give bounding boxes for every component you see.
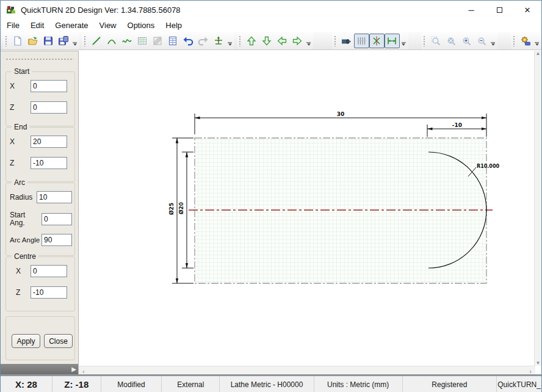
toolbar-grip[interactable]: [84, 35, 87, 46]
datum-tool-icon: [213, 35, 224, 46]
dimension-length-label: 30: [337, 111, 345, 117]
status-license: Registered: [403, 376, 497, 392]
dimension-inner-dia-label: Ø20: [178, 202, 184, 214]
grid-toggle-icon: [356, 35, 367, 46]
nudge-right-button[interactable]: [289, 34, 305, 48]
scroll-left-icon[interactable]: ‹: [82, 368, 85, 375]
status-brand: QuickTURN_: [497, 376, 541, 392]
generate-code-button[interactable]: [518, 34, 533, 48]
chuck-toggle-button[interactable]: [339, 34, 354, 48]
toolbar-overflow-draw[interactable]: [226, 34, 233, 48]
spline-tool-icon: [121, 35, 132, 46]
scroll-right-icon[interactable]: ›: [529, 368, 532, 375]
toolbar-grip[interactable]: [334, 35, 337, 46]
start-angle-label: Start Ang.: [10, 211, 37, 227]
blank-setup-icon: [137, 35, 148, 46]
hatch-tool-button[interactable]: [150, 34, 165, 48]
snap-toggle-button[interactable]: [369, 34, 385, 48]
toolbar-overflow-toggles[interactable]: [400, 34, 407, 48]
blank-setup-button[interactable]: [134, 34, 150, 48]
toolbar-overflow-file[interactable]: [71, 34, 78, 48]
toolbar-overflow-nudge[interactable]: [305, 34, 312, 48]
arc-tool-button[interactable]: [104, 34, 119, 48]
zoom-in-button[interactable]: [458, 34, 474, 48]
nudge-up-button[interactable]: [244, 34, 259, 48]
toolbar-grip[interactable]: [513, 35, 516, 46]
open-file-button[interactable]: [25, 34, 40, 48]
new-file-button[interactable]: [10, 34, 25, 48]
close-button[interactable]: ✕: [513, 1, 541, 19]
line-tool-button[interactable]: [89, 34, 104, 48]
zoom-extents-button[interactable]: [443, 34, 458, 48]
arc-angle-input[interactable]: [42, 234, 72, 246]
end-x-label: X: [10, 137, 31, 146]
radius-callout-label: R10.000: [477, 164, 499, 169]
panel-drag-handle[interactable]: [5, 58, 74, 60]
arrow-up-icon: [246, 35, 257, 46]
toolbar-group-zoom: [421, 32, 497, 49]
vertical-scrollbar[interactable]: ▲▼: [534, 51, 541, 366]
toolbar-overflow-zoom[interactable]: [490, 34, 496, 48]
zoom-in-icon: [461, 35, 472, 46]
toolbar-overflow-generate[interactable]: [533, 34, 540, 48]
start-group-label: Start: [12, 67, 32, 76]
centre-group-label: Centre: [12, 252, 38, 261]
toolbar-grip[interactable]: [423, 35, 426, 46]
nudge-left-button[interactable]: [274, 34, 289, 48]
menu-generate[interactable]: Generate: [49, 20, 93, 32]
undo-button[interactable]: [180, 34, 195, 48]
close-button-panel[interactable]: Close: [44, 334, 73, 348]
maximize-button[interactable]: [485, 1, 513, 19]
centre-x-label: X: [10, 267, 31, 275]
toolbar-group-generate: [511, 32, 541, 49]
drawing-canvas[interactable]: 30 -10 Ø25 Ø20 R10.000: [79, 51, 535, 366]
start-angle-input[interactable]: [42, 213, 72, 225]
snap-toggle-icon: [371, 35, 382, 46]
data-table-button[interactable]: [165, 34, 180, 48]
menu-file[interactable]: File: [7, 20, 25, 32]
start-x-input[interactable]: [31, 80, 67, 92]
datum-tool-button[interactable]: [211, 34, 226, 48]
end-z-input[interactable]: [31, 157, 67, 169]
start-z-input[interactable]: [31, 101, 67, 114]
zoom-out-button[interactable]: [474, 34, 489, 48]
menu-help[interactable]: Help: [160, 20, 187, 32]
chuck-icon: [341, 35, 352, 46]
start-groupbox: Start X Z: [5, 71, 75, 126]
status-x-coordinate: X: 28: [1, 376, 52, 392]
start-x-label: X: [10, 82, 31, 90]
save-file-button[interactable]: [40, 34, 56, 48]
arrow-right-icon: [292, 35, 303, 46]
arc-angle-label: Arc Angle: [10, 236, 42, 244]
menu-edit[interactable]: Edit: [25, 20, 49, 32]
centre-z-input[interactable]: [31, 286, 67, 299]
toolbar-grip[interactable]: [239, 35, 242, 46]
scroll-down-icon[interactable]: ▼: [536, 360, 541, 366]
save-file-icon: [43, 35, 54, 46]
radius-input[interactable]: [37, 191, 72, 203]
zoom-window-button[interactable]: [428, 34, 443, 48]
apply-button[interactable]: Apply: [12, 334, 40, 348]
maximize-icon: [497, 7, 502, 13]
status-side: External: [162, 376, 220, 392]
start-z-label: Z: [10, 103, 31, 112]
end-groupbox: End X Z: [5, 127, 75, 182]
save-as-button[interactable]: [56, 34, 71, 48]
redo-button[interactable]: [195, 34, 211, 48]
toolbar-group-draw: [82, 32, 234, 49]
status-z-coordinate: Z: -18: [52, 376, 101, 392]
menu-view[interactable]: View: [94, 20, 122, 32]
nudge-down-button[interactable]: [259, 34, 274, 48]
status-modified: Modified: [101, 376, 162, 392]
spline-tool-button[interactable]: [119, 34, 134, 48]
minimize-button[interactable]: ─: [457, 1, 485, 19]
dimension-toggle-button[interactable]: [385, 34, 400, 48]
end-x-input[interactable]: [31, 136, 67, 148]
zoom-extents-icon: [446, 35, 457, 46]
toolbar-grip[interactable]: [5, 35, 8, 46]
panel-scrollbar[interactable]: ▶: [1, 364, 78, 374]
grid-toggle-button[interactable]: [354, 34, 369, 48]
menu-options[interactable]: Options: [122, 20, 161, 32]
scroll-up-icon[interactable]: ▲: [536, 51, 541, 56]
centre-x-input[interactable]: [31, 265, 67, 277]
